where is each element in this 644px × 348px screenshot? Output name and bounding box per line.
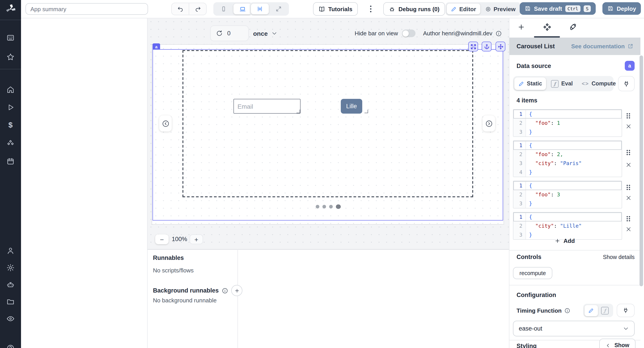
mobile-view-button[interactable] xyxy=(215,4,232,14)
rail-workers-icon[interactable] xyxy=(0,277,21,292)
delete-item-icon[interactable] xyxy=(626,124,632,129)
rail-help-icon[interactable] xyxy=(0,340,21,348)
rail-variables-icon[interactable]: $ xyxy=(0,118,21,133)
debug-runs-button[interactable]: Debug runs (0) xyxy=(383,2,445,16)
deploy-button[interactable]: Deploy xyxy=(602,2,641,15)
windmill-logo[interactable] xyxy=(0,0,21,18)
move-icon xyxy=(498,44,503,50)
author-info: Author henri@windmill.dev xyxy=(423,26,502,41)
zoom-in-button[interactable]: + xyxy=(190,234,203,244)
kbd-ctrl: Ctrl xyxy=(565,5,580,12)
show-details-link[interactable]: Show details xyxy=(603,254,634,260)
rail-folders-icon[interactable] xyxy=(0,294,21,309)
save-icon xyxy=(524,5,531,12)
tab-insert-component[interactable] xyxy=(512,18,530,36)
section-divider xyxy=(510,285,640,286)
timing-function-select[interactable]: ease-out xyxy=(513,321,634,336)
drag-handle-icon[interactable] xyxy=(626,150,631,156)
align-center-icon xyxy=(257,6,263,12)
more-menu-button[interactable] xyxy=(368,3,374,15)
drag-handle-icon[interactable] xyxy=(626,184,631,190)
drag-handle-icon[interactable] xyxy=(626,216,631,222)
rail-apps-icon[interactable] xyxy=(0,30,21,45)
hide-bar-toggle[interactable] xyxy=(402,30,416,37)
styling-show-button[interactable]: Show xyxy=(599,338,636,348)
kbd-s: S xyxy=(584,5,591,12)
redo-button[interactable] xyxy=(189,3,206,15)
mode-eval[interactable]: ƒ Eval xyxy=(547,78,577,90)
carousel-dot-2[interactable] xyxy=(322,205,326,208)
delete-item-icon[interactable] xyxy=(626,195,632,201)
refresh-count-button[interactable]: 0 xyxy=(210,26,249,41)
preview-tab[interactable]: Preview xyxy=(481,4,520,14)
tutorials-button[interactable]: Tutorials xyxy=(313,2,358,16)
undo-button[interactable] xyxy=(172,3,189,15)
centered-layout-button[interactable] xyxy=(251,4,269,14)
delete-item-icon[interactable] xyxy=(626,162,632,168)
rail-schedules-icon[interactable] xyxy=(0,154,21,169)
delete-item-icon[interactable] xyxy=(626,226,632,232)
email-resize-handle[interactable] xyxy=(296,110,300,113)
add-background-runnable-button[interactable] xyxy=(231,285,242,296)
timing-mode-eval[interactable]: ƒ xyxy=(598,305,611,316)
background-runnables-header: Background runnables xyxy=(153,285,242,296)
connect-plug-button[interactable] xyxy=(618,76,634,91)
rail-runs-icon[interactable] xyxy=(0,100,21,115)
layout-toggle-group xyxy=(250,2,289,16)
timing-connect-plug-button[interactable] xyxy=(617,304,634,317)
mode-compute[interactable]: <> Compute xyxy=(578,78,620,90)
carousel-dot-1[interactable] xyxy=(316,205,319,208)
runnables-panel-divider xyxy=(238,249,238,348)
info-icon[interactable] xyxy=(496,30,502,36)
json-item-editor-1[interactable]: 1{ 2 "foo": 1 3} xyxy=(513,109,622,137)
json-item-editor-4[interactable]: 1{ 2 "city": "Lille" 3} xyxy=(513,212,622,240)
arrow-left-circle-icon xyxy=(162,120,169,127)
rail-home-icon[interactable] xyxy=(0,82,21,97)
anchor-icon xyxy=(484,44,490,50)
frequency-dropdown[interactable]: once xyxy=(253,26,277,41)
json-item-editor-3[interactable]: 1{ 2 "foo": 3 3} xyxy=(513,181,622,208)
controls-header: Controls Show details xyxy=(516,254,634,260)
expand-component-button[interactable] xyxy=(468,42,478,52)
full-width-layout-button[interactable] xyxy=(270,4,288,14)
panel-scrollbar[interactable] xyxy=(640,56,643,286)
carousel-drop-zone[interactable] xyxy=(182,50,473,197)
mode-static[interactable]: Static xyxy=(514,78,546,90)
button-resize-handle[interactable] xyxy=(364,110,368,113)
recompute-button[interactable]: recompute xyxy=(513,267,552,279)
timing-function-label-row: Timing Function xyxy=(516,307,570,314)
carousel-next-button[interactable] xyxy=(482,116,495,132)
anchor-component-button[interactable] xyxy=(482,42,492,52)
info-icon[interactable] xyxy=(222,288,228,294)
tab-styling[interactable] xyxy=(564,18,582,36)
pencil-icon xyxy=(518,81,524,86)
carousel-dot-4-active[interactable] xyxy=(336,204,340,209)
timing-mode-static[interactable] xyxy=(584,305,598,316)
see-documentation-link[interactable]: See documentation xyxy=(571,43,633,50)
drag-handle-icon[interactable] xyxy=(626,113,631,119)
info-icon[interactable] xyxy=(564,308,570,314)
tab-component-settings[interactable] xyxy=(538,18,556,36)
desktop-view-button[interactable] xyxy=(234,4,251,14)
app-summary-input[interactable] xyxy=(26,3,148,15)
rail-settings-icon[interactable] xyxy=(0,260,21,275)
canvas-city-button[interactable]: Lille xyxy=(341,99,362,114)
code-icon: <> xyxy=(582,80,589,87)
rail-audit-icon[interactable] xyxy=(0,311,21,326)
move-component-button[interactable] xyxy=(496,42,505,52)
save-draft-button[interactable]: Save draft Ctrl S xyxy=(520,2,596,15)
selected-component-tag[interactable]: a xyxy=(152,44,160,50)
rail-users-icon[interactable] xyxy=(0,243,21,258)
rail-resources-icon[interactable] xyxy=(0,136,21,151)
carousel-prev-button[interactable] xyxy=(159,116,172,132)
zoom-out-button[interactable]: − xyxy=(155,234,168,244)
carousel-dot-3[interactable] xyxy=(329,205,332,208)
timing-mode-switch: ƒ xyxy=(583,304,613,317)
refresh-count: 0 xyxy=(227,30,230,37)
preview-target-icon xyxy=(485,6,491,12)
add-item-button[interactable]: Add xyxy=(554,238,575,244)
canvas-email-input[interactable] xyxy=(234,99,300,114)
editor-tab[interactable]: Editor xyxy=(447,4,480,14)
json-item-editor-2[interactable]: 1{ 2 "foo": 2, 3 "city": "Paris" 4} xyxy=(513,140,622,177)
rail-favorites-icon[interactable] xyxy=(0,49,21,64)
